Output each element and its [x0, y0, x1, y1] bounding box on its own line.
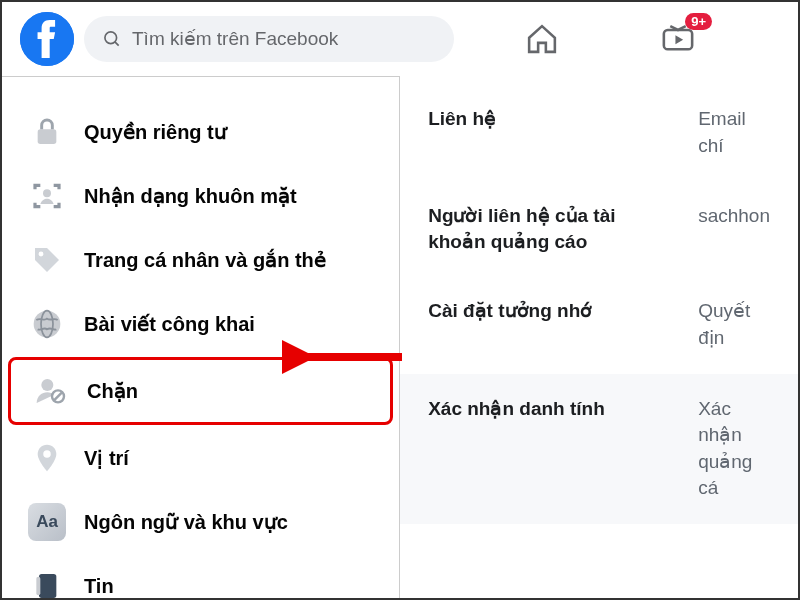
content: Quyền riêng tư Nhận dạng khuôn mặt Trang… [2, 76, 798, 600]
svg-rect-4 [38, 129, 57, 144]
sidebar-item-label: Ngôn ngữ và khu vực [84, 510, 288, 534]
row-label: Cài đặt tưởng nhớ [428, 298, 668, 351]
svg-line-11 [54, 392, 62, 400]
sidebar-item-label: Vị trí [84, 446, 129, 470]
sidebar: Quyền riêng tư Nhận dạng khuôn mặt Trang… [2, 76, 400, 600]
sidebar-item-label: Tin [84, 575, 114, 598]
svg-point-9 [41, 379, 53, 391]
watch-badge: 9+ [685, 13, 712, 30]
svg-rect-13 [39, 574, 56, 598]
row-label: Xác nhận danh tính [428, 396, 668, 502]
sidebar-item-label: Quyền riêng tư [84, 120, 227, 144]
stories-icon [28, 567, 66, 600]
row-value: Xác nhận quảng cá [698, 396, 770, 502]
search-icon [102, 29, 122, 49]
settings-row-identity[interactable]: Xác nhận danh tính Xác nhận quảng cá [400, 374, 798, 524]
lock-icon [28, 113, 66, 151]
facebook-logo[interactable] [20, 12, 74, 66]
svg-point-5 [43, 189, 51, 197]
block-icon [31, 372, 69, 410]
row-value: sachhon [698, 203, 770, 254]
search-box[interactable] [84, 16, 454, 62]
sidebar-item-face-recognition[interactable]: Nhận dạng khuôn mặt [8, 165, 393, 227]
row-label: Liên hệ [428, 106, 668, 159]
sidebar-item-location[interactable]: Vị trí [8, 427, 393, 489]
location-icon [28, 439, 66, 477]
home-icon[interactable] [524, 21, 560, 57]
sidebar-item-profile-tagging[interactable]: Trang cá nhân và gắn thẻ [8, 229, 393, 291]
sidebar-item-public-posts[interactable]: Bài viết công khai [8, 293, 393, 355]
face-recognition-icon [28, 177, 66, 215]
svg-rect-14 [36, 577, 40, 596]
svg-point-6 [39, 252, 44, 257]
sidebar-item-blocking[interactable]: Chặn [8, 357, 393, 425]
sidebar-item-label: Nhận dạng khuôn mặt [84, 184, 297, 208]
settings-row-ad-contact[interactable]: Người liên hệ của tài khoản quảng cáo sa… [400, 181, 798, 276]
svg-point-1 [105, 32, 117, 44]
globe-icon [28, 305, 66, 343]
svg-point-12 [43, 450, 50, 457]
row-label: Người liên hệ của tài khoản quảng cáo [428, 203, 668, 254]
main-panel: Liên hệ Email chí Người liên hệ của tài … [400, 76, 798, 600]
watch-icon[interactable]: 9+ [660, 21, 696, 57]
sidebar-item-label: Trang cá nhân và gắn thẻ [84, 248, 326, 272]
sidebar-item-language[interactable]: Aa Ngôn ngữ và khu vực [8, 491, 393, 553]
search-input[interactable] [132, 28, 436, 50]
settings-row-contact[interactable]: Liên hệ Email chí [400, 84, 798, 181]
sidebar-item-stories[interactable]: Tin [8, 555, 393, 600]
language-icon: Aa [28, 503, 66, 541]
tag-icon [28, 241, 66, 279]
sidebar-item-privacy[interactable]: Quyền riêng tư [8, 101, 393, 163]
svg-point-7 [34, 311, 61, 338]
header: 9+ [2, 2, 798, 76]
nav-icons: 9+ [524, 21, 696, 57]
row-value: Quyết địn [698, 298, 770, 351]
svg-line-2 [115, 42, 119, 46]
sidebar-item-label: Chặn [87, 379, 138, 403]
settings-row-memorialization[interactable]: Cài đặt tưởng nhớ Quyết địn [400, 276, 798, 373]
row-value: Email chí [698, 106, 770, 159]
sidebar-item-label: Bài viết công khai [84, 312, 255, 336]
